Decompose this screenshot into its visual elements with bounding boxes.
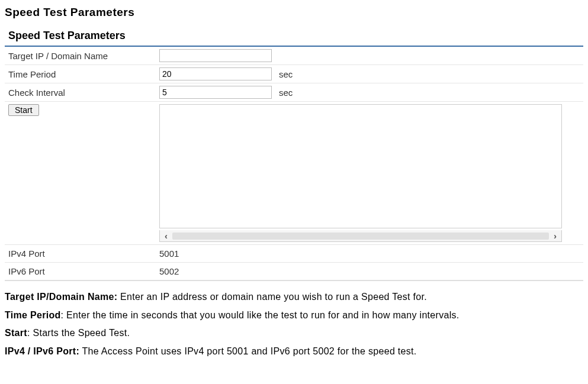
desc-ports-bold: IPv4 / IPv6 Port: [5,346,79,356]
row-start: Start ‹ › [5,102,583,245]
desc-time-period: Time Period: Enter the time in seconds t… [5,309,583,322]
scroll-right-icon[interactable]: › [551,231,559,241]
value-ipv6-port: 5002 [156,263,583,280]
label-time-period: Time Period [5,65,156,83]
input-target-ip[interactable] [159,49,272,62]
unit-check-interval: sec [275,83,583,102]
descriptions-block: Target IP/Domain Name: Enter an IP addre… [5,291,583,357]
row-ipv4-port: IPv4 Port 5001 [5,245,583,263]
desc-target-ip: Target IP/Domain Name: Enter an IP addre… [5,291,583,304]
scroll-left-icon[interactable]: ‹ [162,231,170,241]
results-textarea[interactable] [159,104,562,228]
desc-time-period-text: : Enter the time in seconds that you wou… [61,310,460,320]
desc-ports: IPv4 / IPv6 Port: The Access Point uses … [5,345,583,358]
results-area: ‹ › [159,104,574,242]
label-ipv4-port: IPv4 Port [5,245,156,263]
parameters-table: Target IP / Domain Name Time Period sec … [5,47,583,280]
desc-target-ip-bold: Target IP/Domain Name: [5,292,117,302]
start-button[interactable]: Start [8,104,39,116]
panel-title: Speed Test Parameters [5,26,583,47]
horizontal-scrollbar[interactable]: ‹ › [159,230,562,242]
label-ipv6-port: IPv6 Port [5,263,156,280]
desc-start-bold: Start [5,328,27,338]
desc-ports-text: The Access Point uses IPv4 port 5001 and… [79,346,417,356]
label-target-ip: Target IP / Domain Name [5,47,156,65]
input-check-interval[interactable] [159,86,272,99]
row-ipv6-port: IPv6 Port 5002 [5,263,583,280]
label-check-interval: Check Interval [5,83,156,102]
scroll-track[interactable] [172,233,549,240]
page-heading: Speed Test Parameters [5,6,583,19]
row-check-interval: Check Interval sec [5,83,583,102]
row-time-period: Time Period sec [5,65,583,83]
value-ipv4-port: 5001 [156,245,583,263]
input-time-period[interactable] [159,67,272,80]
desc-start: Start: Starts the Speed Test. [5,327,583,340]
speed-test-panel: Speed Test Parameters Target IP / Domain… [5,26,583,281]
desc-time-period-bold: Time Period [5,310,61,320]
unit-target-ip [275,47,583,65]
desc-target-ip-text: Enter an IP address or domain name you w… [117,292,427,302]
desc-start-text: : Starts the Speed Test. [27,328,130,338]
unit-time-period: sec [275,65,583,83]
row-target-ip: Target IP / Domain Name [5,47,583,65]
